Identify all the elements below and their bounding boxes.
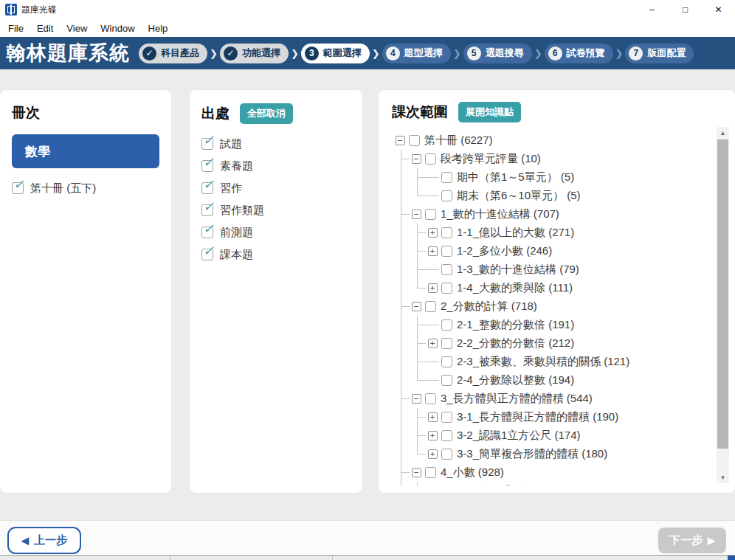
tree-expander[interactable]: + (426, 334, 439, 353)
scrollbar-track[interactable] (717, 139, 729, 471)
expand-knowledge-button[interactable]: 展開知識點 (458, 102, 521, 122)
wizard-step[interactable]: 4 題型選擇 (382, 44, 451, 63)
tree-expander[interactable] (426, 260, 439, 279)
checkbox-unchecked[interactable] (441, 430, 452, 441)
checkbox-unchecked[interactable] (441, 449, 452, 460)
checkbox-unchecked[interactable] (441, 227, 452, 238)
wizard-step[interactable]: 7 版面配置 (625, 44, 694, 63)
tree-row[interactable]: 1-3_數的十進位結構 (79) (393, 260, 722, 279)
checkbox-unchecked[interactable] (425, 393, 436, 404)
volume-item[interactable]: ✓ 第十冊 (五下) (12, 177, 159, 199)
checkbox-unchecked[interactable] (441, 264, 452, 275)
scrollbar-thumb[interactable] (717, 139, 728, 449)
checkbox-unchecked[interactable] (441, 375, 452, 386)
tree-expander[interactable] (426, 168, 439, 187)
menu-item[interactable]: File (1, 21, 30, 35)
source-item[interactable]: ✓ 前測題 (201, 221, 351, 243)
checkbox-checked[interactable]: ✓ (201, 249, 213, 260)
checkbox-unchecked[interactable] (441, 412, 452, 423)
tree-row[interactable]: + 1-1_億以上的大數 (271) (393, 224, 722, 242)
tree-row[interactable]: + 1-4_大數的乘與除 (111) (393, 279, 722, 297)
tree-expander[interactable]: − (410, 463, 423, 482)
checkbox-checked[interactable]: ✓ (201, 138, 213, 150)
wizard-step[interactable]: ✓ 功能選擇 (220, 44, 289, 63)
tree-expander[interactable]: − (410, 297, 423, 316)
tree-row[interactable]: + 3-1_長方體與正方體的體積 (190) (393, 408, 722, 426)
menu-item[interactable]: View (60, 21, 94, 35)
tree-expander[interactable]: − (410, 390, 423, 408)
tree-expander[interactable]: + (426, 224, 439, 242)
scroll-up-icon[interactable]: ▲ (717, 127, 729, 139)
checkbox-unchecked[interactable] (409, 135, 420, 146)
checkbox-unchecked[interactable] (441, 190, 452, 201)
checkbox-unchecked[interactable] (441, 246, 452, 257)
checkbox-unchecked[interactable] (425, 301, 436, 312)
tree-expander[interactable]: + (426, 242, 439, 260)
tree-expander[interactable]: + (426, 426, 439, 445)
wizard-step[interactable]: 3 範圍選擇 (301, 44, 370, 63)
tree-row[interactable]: 2-3_被乘數、乘數與積的關係 (121) (393, 353, 722, 371)
checkbox-checked[interactable]: ✓ (201, 182, 213, 194)
tree-guide-line (410, 260, 426, 279)
tree-expander[interactable] (426, 353, 439, 371)
tree-expander[interactable] (426, 371, 439, 390)
tree-expander[interactable]: + (426, 445, 439, 463)
minimize-button[interactable]: – (635, 0, 669, 19)
tree-expander[interactable]: − (410, 150, 423, 168)
tree-expander[interactable]: − (393, 131, 407, 150)
menu-item[interactable]: Help (142, 21, 175, 35)
checkbox-checked[interactable]: ✓ (201, 204, 213, 216)
tree-scrollbar[interactable]: ▲ ▼ (717, 127, 729, 483)
tree-expander[interactable]: + (426, 482, 439, 485)
tree-row[interactable]: + 2-2_分數的分數倍 (212) (393, 334, 722, 353)
tree-row[interactable]: + 3-2_認識1立方公尺 (174) (393, 426, 722, 445)
checkbox-checked[interactable]: ✓ (201, 160, 213, 172)
checkbox-checked[interactable]: ✓ (201, 227, 213, 238)
tree-expander[interactable]: + (426, 408, 439, 426)
checkbox-checked[interactable]: ✓ (12, 182, 24, 194)
tree-expander[interactable] (426, 316, 439, 334)
tree-expander[interactable]: − (410, 205, 423, 224)
tree-row[interactable]: + 3-3_簡單複合形體的體積 (180) (393, 445, 722, 463)
source-item[interactable]: ✓ 習作類題 (201, 199, 351, 221)
tree-expander[interactable]: + (426, 279, 439, 297)
tree-row[interactable]: − 3_長方體與正方體的體積 (544) (393, 390, 722, 408)
clear-all-button[interactable]: 全部取消 (240, 103, 293, 124)
tree-row[interactable]: − 第十冊 (6227) (393, 131, 722, 150)
wizard-step[interactable]: 5 選題搜尋 (463, 44, 532, 63)
source-item[interactable]: ✓ 習作 (201, 177, 351, 199)
next-step-button[interactable]: 下一步 ▶ (658, 528, 726, 553)
tree-expander[interactable] (426, 187, 439, 205)
scroll-down-icon[interactable]: ▼ (717, 471, 729, 483)
checkbox-unchecked[interactable] (441, 172, 452, 183)
checkbox-unchecked[interactable] (425, 209, 436, 220)
tree-row[interactable]: + 4-1_小數乘以整數 (393, 482, 722, 485)
menu-item[interactable]: Window (94, 21, 141, 35)
checkbox-unchecked[interactable] (441, 283, 452, 294)
tree-row[interactable]: − 2_分數的計算 (718) (393, 297, 722, 316)
checkbox-unchecked[interactable] (441, 356, 452, 367)
tree-row[interactable]: − 1_數的十進位結構 (707) (393, 205, 722, 224)
wizard-step[interactable]: 6 試卷預覽 (545, 44, 613, 63)
source-item[interactable]: ✓ 試題 (201, 133, 351, 155)
tree-row[interactable]: 2-4_分數除以整數 (194) (393, 371, 722, 390)
source-item[interactable]: ✓ 課本題 (201, 243, 351, 266)
prev-step-button[interactable]: ◀ 上一步 (7, 527, 81, 554)
checkbox-unchecked[interactable] (425, 467, 436, 478)
source-item[interactable]: ✓ 素養題 (201, 155, 351, 177)
tree-row[interactable]: 期末（第6～10單元） (5) (393, 187, 722, 205)
close-button[interactable]: ✕ (702, 0, 735, 19)
tree-item-label: 3-2_認識1立方公尺 (174) (452, 429, 581, 443)
subject-math-button[interactable]: 數學 (12, 134, 159, 168)
tree-row[interactable]: − 4_小數 (928) (393, 463, 722, 482)
checkbox-unchecked[interactable] (425, 153, 436, 165)
checkbox-unchecked[interactable] (441, 338, 452, 349)
tree-row[interactable]: 2-1_整數的分數倍 (191) (393, 316, 722, 334)
tree-row[interactable]: − 段考跨單元評量 (10) (393, 150, 722, 168)
tree-row[interactable]: 期中（第1～5單元） (5) (393, 168, 722, 187)
wizard-step[interactable]: ✓ 科目產品 (139, 44, 207, 63)
menu-item[interactable]: Edit (30, 21, 60, 35)
maximize-button[interactable]: □ (669, 0, 702, 19)
tree-row[interactable]: + 1-2_多位小數 (246) (393, 242, 722, 260)
checkbox-unchecked[interactable] (441, 319, 452, 331)
